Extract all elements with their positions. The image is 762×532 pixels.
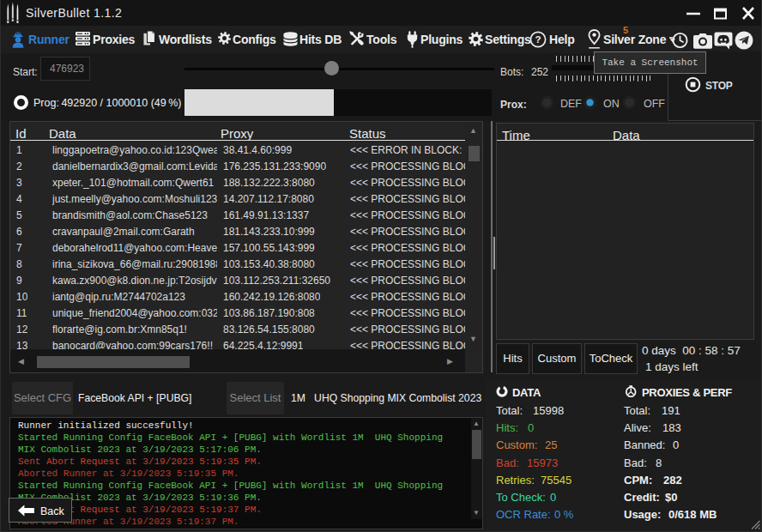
svg-text:?: ?	[535, 34, 541, 45]
